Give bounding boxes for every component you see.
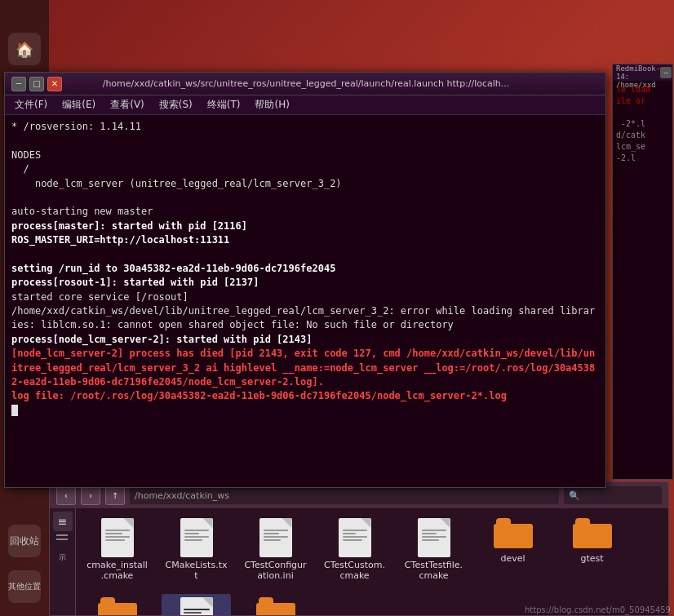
menu-search[interactable]: 搜索(S): [153, 96, 199, 113]
terminal-line-error: /home/xxd/catkin_ws/devel/lib/unitree_le…: [11, 304, 599, 333]
bg-terminal-content: le load ile or -2*.l d/catk lcm_se -2.l: [616, 84, 669, 164]
terminal-line-node-lcm: node_lcm_server (unitree_legged_real/lcm…: [11, 177, 599, 191]
sidebar-trash-label: 回收站: [10, 534, 39, 548]
file-ctestcustom-icon: [339, 518, 371, 557]
sidebar-other-label: 其他位置: [8, 581, 41, 592]
menu-help[interactable]: 帮助(H): [248, 96, 295, 113]
terminal-line-core: started core service [/rosout]: [11, 290, 599, 304]
file-item-ctestconfig[interactable]: CTestConfigur ation.ini: [241, 515, 310, 584]
terminal-line-rosversion: * /rosversion: 1.14.11: [11, 120, 599, 134]
file-gtest-icon: [573, 518, 612, 551]
fm-forward-btn[interactable]: ›: [81, 485, 100, 505]
terminal-cursor: [11, 405, 18, 416]
file-item-cmake-install[interactable]: cmake_install.cmake: [82, 515, 152, 584]
sidebar-other-icon[interactable]: 其他位置: [8, 570, 41, 603]
fm-toggle-btn[interactable]: ≡: [53, 512, 73, 531]
terminal-title: /home/xxd/catkin_ws/src/unitree_ros/unit…: [62, 78, 550, 89]
terminal-body[interactable]: * /rosversion: 1.14.11 NODES / node_lcm_…: [5, 115, 605, 487]
terminal-line-slash: /: [11, 162, 599, 176]
file-ctestcustom-label: CTestCustom.cmake: [323, 560, 386, 581]
menu-edit[interactable]: 编辑(E): [55, 96, 102, 113]
watermark: https://blog.csdn.net/m0_50945459: [525, 605, 671, 614]
file-ctestconfig-label: CTestConfigur ation.ini: [244, 560, 307, 581]
file-item-ctesttestfile[interactable]: CTestTestfile.cmake: [399, 515, 468, 584]
fm-back-btn[interactable]: ‹: [56, 485, 76, 505]
file-gtest-label: gtest: [580, 553, 603, 564]
maximize-button[interactable]: □: [29, 77, 44, 91]
fm-address-bar[interactable]: /home/xxd/catkin_ws: [130, 486, 559, 504]
file-cmakelists-label: CMakeLists.txt: [165, 560, 228, 581]
fm-content: ≡ 示 cmake_install.cmake: [50, 508, 668, 615]
fm-sidebar-show-label[interactable]: 示: [59, 552, 66, 563]
minimize-button[interactable]: ─: [11, 77, 26, 91]
file-devel-label: devel: [500, 553, 525, 564]
file-item-gtest[interactable]: gtest: [557, 515, 627, 584]
sidebar-home-icon[interactable]: 🏠: [8, 33, 41, 65]
terminal-line-logfile: log file: /root/.ros/log/30a45382-ea2d-1…: [11, 389, 599, 403]
menu-view[interactable]: 查看(V): [104, 96, 151, 113]
file-include-icon: [98, 597, 137, 615]
file-cmakelists-icon: [180, 518, 213, 557]
menu-file[interactable]: 文件(F): [8, 96, 54, 113]
file-item-cmakelists[interactable]: CMakeLists.txt: [162, 515, 231, 584]
file-ctestconfig-icon: [259, 518, 292, 557]
fm-files-area: cmake_install.cmake CMakeLists.txt: [76, 508, 668, 615]
file-ctesttestfile-icon: [418, 518, 450, 557]
sidebar-trash-icon[interactable]: 回收站: [8, 525, 41, 557]
terminal-line-ros-uri: ROS_MASTER_URI=http://localhost:11311: [11, 233, 599, 247]
fm-up-btn[interactable]: ↑: [105, 485, 125, 505]
file-item-ipconfig[interactable]: ipconfig.sh: [162, 594, 231, 615]
file-devel-icon: [494, 518, 533, 551]
terminal-line-node2-start: process[node_lcm_server-2]: started with…: [11, 333, 599, 347]
file-item-devel[interactable]: devel: [478, 515, 548, 584]
file-manager-window: ‹ › ↑ /home/xxd/catkin_ws 🔍 ≡ 示: [49, 481, 669, 616]
file-launch-icon: [256, 597, 295, 615]
file-ctesttestfile-label: CTestTestfile.cmake: [402, 560, 465, 581]
terminal-line-runid: setting /run_id to 30a45382-ea2d-11eb-9d…: [11, 262, 599, 276]
terminal-line-autostart: auto-starting new master: [11, 205, 599, 219]
bg-minimize-btn[interactable]: ─: [660, 67, 672, 78]
file-cmake-install-label: cmake_install.cmake: [86, 560, 149, 581]
file-item-include[interactable]: include: [82, 594, 152, 615]
file-item-launch[interactable]: launch: [241, 594, 310, 615]
fm-search-bar[interactable]: 🔍: [564, 486, 662, 504]
terminal-line-master: process[master]: started with pid [2116]: [11, 219, 599, 233]
window-controls: ─ □ ✕: [11, 77, 62, 91]
terminal-line-died: [node_lcm_server-2] process has died [pi…: [11, 347, 599, 389]
file-ipconfig-icon: [180, 597, 213, 615]
terminal-background: root@xxd-RedmiBook-14: /home/xxd ─ ✕ le …: [612, 64, 673, 480]
close-button[interactable]: ✕: [47, 77, 62, 91]
fm-close-sidebar-btn[interactable]: [56, 534, 69, 547]
file-item-ctestcustom[interactable]: CTestCustom.cmake: [320, 515, 389, 584]
terminal-line-rosout: process[rosout-1]: started with pid [213…: [11, 276, 599, 290]
file-cmake-install-icon: [101, 518, 134, 557]
terminal-menubar: 文件(F) 编辑(E) 查看(V) 搜索(S) 终端(T) 帮助(H): [5, 95, 605, 115]
terminal-main: ─ □ ✕ /home/xxd/catkin_ws/src/unitree_ro…: [4, 72, 606, 488]
fm-left-panel: ≡ 示: [50, 508, 76, 615]
terminal-line-nodes: NODES: [11, 148, 599, 162]
terminal-titlebar: ─ □ ✕ /home/xxd/catkin_ws/src/unitree_ro…: [5, 73, 605, 95]
menu-terminal[interactable]: 终端(T): [201, 96, 247, 113]
